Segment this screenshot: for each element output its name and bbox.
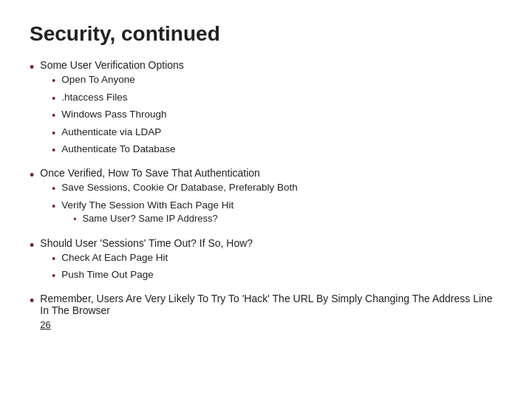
list-item: • Some User Verification Options • Open … [30,59,502,161]
list-item: • Should User 'Sessions' Time Out? If So… [30,237,502,287]
bullet-icon: • [52,269,55,284]
list-item: • Push Time Out Page [52,269,502,284]
bullet-icon: • [73,213,76,226]
sub-list: • Open To Anyone • .htaccess Files • Win… [52,74,502,158]
list-item: • Open To Anyone [52,74,502,89]
bullet-icon: • [52,200,55,214]
list-item: • Remember, Users Are Very Likely To Try… [30,293,502,330]
sub-list: • Save Sessions, Cookie Or Database, Pre… [52,182,502,228]
list-item: • Check At Each Page Hit [52,252,502,267]
item-text: Windows Pass Through [61,109,502,120]
item-text: Open To Anyone [61,74,502,85]
bullet-icon: • [52,74,55,89]
bullet-icon: • [52,92,55,106]
main-list: • Some User Verification Options • Open … [30,59,502,330]
bullet-icon: • [52,252,55,267]
list-item: • Authenticate via LDAP [52,126,502,141]
bullet-icon: • [52,109,55,123]
item-text: Save Sessions, Cookie Or Database, Prefe… [61,182,502,193]
list-item: • Verify The Session With Each Page Hit … [52,200,502,228]
list-item: • Same User? Same IP Address? [73,213,502,226]
list-item: • .htaccess Files [52,92,502,106]
bullet-icon: • [30,59,34,76]
item-text-part1: Remember, Users Are Very Likely To Try T… [40,293,502,316]
item-text: Authenticate via LDAP [61,126,502,137]
page-number: 26 [40,319,50,330]
item-text: Verify The Session With Each Page Hit [61,200,233,211]
item-text: Same User? Same IP Address? [82,213,217,224]
sub-list: • Check At Each Page Hit • Push Time Out… [52,252,502,284]
last-item-text: Remember, Users Are Very Likely To Try T… [40,293,502,330]
item-text: Once Verified, How To Save That Authenti… [40,167,260,179]
bullet-icon: • [30,167,34,184]
bullet-icon: • [30,293,34,310]
bullet-icon: • [52,126,55,141]
list-item: • Authenticate To Database [52,143,502,158]
sub-sub-list: • Same User? Same IP Address? [73,213,502,226]
item-text: Authenticate To Database [61,143,502,154]
item-text: .htaccess Files [61,92,502,103]
item-text: Push Time Out Page [61,269,502,280]
page-title: Security, continued [30,22,502,46]
item-text: Some User Verification Options [40,59,184,71]
bullet-icon: • [30,237,34,254]
list-item: • Windows Pass Through [52,109,502,123]
item-text: Check At Each Page Hit [61,252,502,263]
list-item: • Once Verified, How To Save That Authen… [30,167,502,231]
bullet-icon: • [52,182,55,197]
item-text: Should User 'Sessions' Time Out? If So, … [40,237,253,249]
bullet-icon: • [52,143,55,158]
list-item: • Save Sessions, Cookie Or Database, Pre… [52,182,502,197]
